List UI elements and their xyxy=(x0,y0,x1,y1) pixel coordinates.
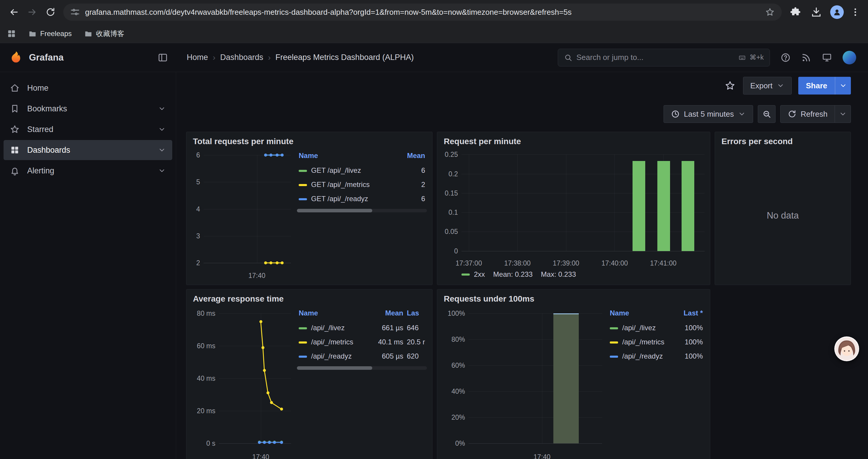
breadcrumb-home[interactable]: Home xyxy=(187,53,208,62)
browser-menu-kebab-icon[interactable] xyxy=(850,7,860,17)
grafana-logo[interactable] xyxy=(9,51,23,65)
user-avatar[interactable] xyxy=(843,51,856,64)
series-name[interactable]: /api/_/metrics xyxy=(311,338,353,346)
series-name[interactable]: GET /api/_/livez xyxy=(311,166,361,174)
legend-scrollbar[interactable] xyxy=(297,209,427,212)
legend-row: /api/_/readyz605 µs620 xyxy=(297,349,427,363)
downloads-icon[interactable] xyxy=(811,6,822,18)
sidebar-item-alerting[interactable]: Alerting xyxy=(4,161,172,181)
series-color-dash xyxy=(299,327,307,329)
sidebar-item-dashboards[interactable]: Dashboards xyxy=(4,140,172,160)
search-icon xyxy=(564,54,572,62)
browser-profile-avatar[interactable] xyxy=(830,5,844,19)
panel-title[interactable]: Total requests per minute xyxy=(192,136,427,146)
legend-value: 100% xyxy=(672,335,705,349)
legend-header-mean[interactable]: Mean xyxy=(400,150,427,163)
sidebar-item-home[interactable]: Home xyxy=(4,78,172,98)
series-name[interactable]: GET /api/_/metrics xyxy=(311,181,370,189)
y-axis: 0.250.20.150.10.050 xyxy=(442,150,462,255)
scrollbar-thumb[interactable] xyxy=(297,209,372,212)
series-name[interactable]: /api/_/readyz xyxy=(622,352,663,360)
legend-name-cell: /api/_/livez xyxy=(608,321,672,335)
export-button[interactable]: Export xyxy=(743,77,792,95)
panel-title[interactable]: Errors per second xyxy=(720,136,845,146)
url-input[interactable] xyxy=(85,8,760,17)
share-dropdown-button[interactable] xyxy=(835,77,851,95)
search-input[interactable] xyxy=(577,53,734,62)
y-tick-label: 0.1 xyxy=(448,208,458,217)
panel-errors-per-second: Errors per secondNo data xyxy=(715,132,851,285)
sidebar-item-label: Alerting xyxy=(27,166,54,175)
legend-header-las[interactable]: Las xyxy=(405,308,427,321)
panel-title[interactable]: Requests under 100ms xyxy=(442,294,705,304)
floating-avatar[interactable] xyxy=(834,336,859,361)
legend-header-name[interactable]: Name xyxy=(297,150,400,163)
series-point xyxy=(280,441,283,444)
series-name[interactable]: /api/_/livez xyxy=(622,324,656,332)
refresh-interval-dropdown[interactable] xyxy=(835,105,851,123)
site-settings-icon[interactable] xyxy=(70,7,80,17)
bookmark-item-freeleaps[interactable]: Freeleaps xyxy=(24,27,76,40)
series-name[interactable]: /api/_/livez xyxy=(311,324,344,332)
legend-table: NameMeanLas/api/_/livez661 µs646/api/_/m… xyxy=(297,308,427,363)
share-button-group: Share xyxy=(798,77,851,95)
series-point xyxy=(263,369,266,372)
series-color-dash xyxy=(462,273,470,275)
legend-item[interactable]: 2xx xyxy=(462,270,485,278)
series-name[interactable]: /api/_/metrics xyxy=(622,338,664,346)
series-point xyxy=(276,261,279,264)
series-name[interactable]: /api/_/readyz xyxy=(311,352,351,360)
panel-title[interactable]: Request per minute xyxy=(442,136,705,146)
chart: 6543217:40 xyxy=(192,150,291,281)
x-tick-label: 17:39:00 xyxy=(553,259,579,267)
extensions-icon[interactable] xyxy=(790,6,801,18)
panel-average-response-time: Average response time80 ms60 ms40 ms20 m… xyxy=(186,289,433,459)
sidebar-item-bookmarks[interactable]: Bookmarks xyxy=(4,99,172,119)
sidebar-item-starred[interactable]: Starred xyxy=(4,119,172,139)
back-button[interactable] xyxy=(5,4,23,21)
series-color-dash xyxy=(610,356,618,358)
grafana-topnav: Grafana Home › Dashboards › Freeleaps Me… xyxy=(0,43,868,72)
x-axis: 17:40 xyxy=(219,449,291,459)
chart-bar xyxy=(657,161,670,251)
legend-scrollbar[interactable] xyxy=(297,366,427,370)
chevron-down-icon xyxy=(158,167,166,174)
series-point xyxy=(259,320,262,323)
share-button[interactable]: Share xyxy=(798,77,835,95)
series-point xyxy=(273,441,276,444)
panel-title[interactable]: Average response time xyxy=(192,294,427,304)
nav-icons xyxy=(780,51,856,64)
reload-button[interactable] xyxy=(42,4,59,21)
bookmark-star-icon[interactable] xyxy=(765,7,775,17)
refresh-button[interactable]: Refresh xyxy=(780,105,835,123)
legend-header-name[interactable]: Name xyxy=(608,308,672,321)
panels-grid: Total requests per minute6543217:40NameM… xyxy=(186,132,851,459)
news-rss-icon[interactable] xyxy=(801,53,811,63)
search-bar[interactable]: ⌘+k xyxy=(558,49,770,66)
url-bar[interactable] xyxy=(63,4,782,21)
legend-row: GET /api/_/livez6 xyxy=(297,163,427,177)
zoom-out-button[interactable] xyxy=(758,105,776,123)
bookmark-item-[interactable]: 收藏博客 xyxy=(80,27,129,41)
monitor-icon[interactable] xyxy=(822,53,832,63)
chevron-down-icon xyxy=(158,146,166,154)
help-icon[interactable] xyxy=(780,53,790,63)
sidebar-toggle-icon[interactable] xyxy=(158,53,168,63)
legend-header-last[interactable]: Last * xyxy=(672,308,705,321)
legend-name-cell: /api/_/readyz xyxy=(608,349,672,363)
x-tick-label: 17:40 xyxy=(533,453,551,459)
bookmarks-bar: Freeleaps收藏博客 xyxy=(0,24,868,43)
legend-row: GET /api/_/metrics2 xyxy=(297,177,427,192)
forward-button[interactable] xyxy=(24,4,41,21)
apps-grid-icon[interactable] xyxy=(7,29,16,38)
legend-header-mean[interactable]: Mean xyxy=(367,308,405,321)
time-range-picker[interactable]: Last 5 minutes xyxy=(663,105,753,123)
legend-header-name[interactable]: Name xyxy=(297,308,367,321)
breadcrumb-dashboards[interactable]: Dashboards xyxy=(220,53,263,62)
legend-value: 6 xyxy=(400,192,427,206)
series-name[interactable]: GET /api/_/readyz xyxy=(311,195,368,203)
series-color-dash xyxy=(299,198,307,200)
favorite-star-button[interactable] xyxy=(723,79,737,92)
gridline xyxy=(542,314,542,444)
scrollbar-thumb[interactable] xyxy=(297,366,372,370)
